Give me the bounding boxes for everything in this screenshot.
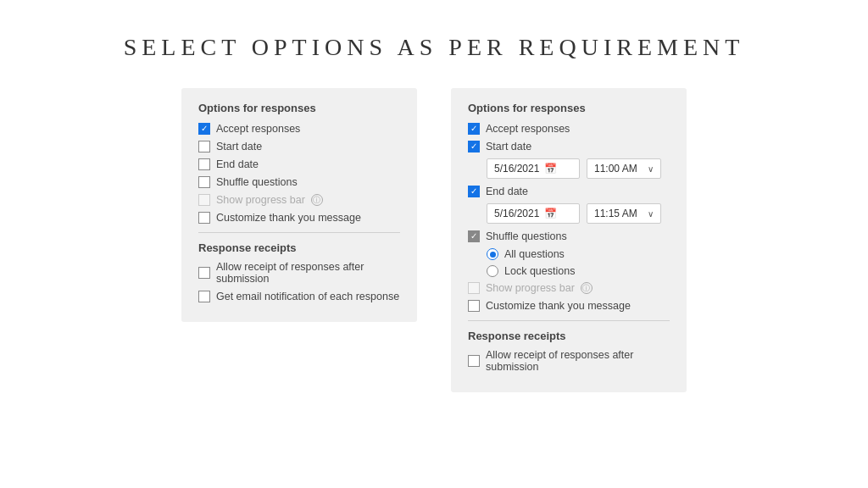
end-time-chevron: ∨	[648, 209, 654, 219]
right-progress-label: Show progress bar	[486, 282, 575, 294]
right-all-questions-radio[interactable]	[487, 248, 498, 260]
left-progress-row: Show progress bar ⓘ	[198, 194, 400, 206]
right-thankyou-checkbox[interactable]	[468, 300, 480, 312]
left-thankyou-row: Customize thank you message	[198, 212, 400, 224]
right-start-date-row: 5/16/2021 📅 11:00 AM ∨	[487, 158, 670, 179]
left-start-label: Start date	[216, 141, 262, 152]
left-allow-receipt-row: Allow receipt of responses after submiss…	[198, 261, 400, 285]
right-all-questions-label: All questions	[504, 248, 565, 260]
right-start-row: Start date	[468, 141, 670, 152]
right-shuffle-checkbox[interactable]	[468, 230, 480, 242]
left-notify-checkbox[interactable]	[198, 291, 210, 302]
right-divider	[468, 320, 670, 321]
left-accept-checkbox[interactable]	[198, 123, 210, 135]
left-end-row: End date	[198, 158, 400, 170]
right-all-questions-row: All questions	[487, 248, 670, 260]
left-section-title: Options for responses	[198, 102, 400, 114]
left-start-row: Start date	[198, 141, 400, 152]
start-calendar-icon: 📅	[544, 163, 557, 175]
right-thankyou-row: Customize thank you message	[468, 300, 670, 312]
left-receipts-title: Response receipts	[198, 241, 400, 254]
right-start-date-input[interactable]: 5/16/2021 📅	[487, 158, 580, 179]
right-end-row: End date	[468, 186, 670, 197]
right-end-date-value: 5/16/2021	[494, 208, 539, 219]
right-lock-questions-row: Lock questions	[487, 265, 670, 277]
page-title: Select Options As Per Requirement	[124, 34, 745, 61]
left-accept-label: Accept responses	[216, 123, 300, 135]
left-progress-label: Show progress bar	[216, 194, 305, 206]
left-allow-receipt-label: Allow receipt of responses after submiss…	[216, 261, 400, 285]
left-progress-checkbox[interactable]	[198, 194, 210, 206]
right-lock-questions-label: Lock questions	[504, 265, 575, 277]
right-progress-row: Show progress bar ⓘ	[468, 282, 670, 294]
right-end-time-select[interactable]: 11:15 AM ∨	[587, 203, 661, 224]
right-panel: Options for responses Accept responses S…	[451, 88, 687, 392]
left-accept-row: Accept responses	[198, 123, 400, 135]
right-allow-receipt-label: Allow receipt of responses after submiss…	[486, 349, 670, 373]
right-accept-label: Accept responses	[486, 123, 570, 135]
right-start-checkbox[interactable]	[468, 141, 480, 152]
left-thankyou-label: Customize thank you message	[216, 212, 361, 224]
right-lock-questions-radio[interactable]	[487, 265, 498, 277]
right-allow-receipt-row: Allow receipt of responses after submiss…	[468, 349, 670, 373]
right-shuffle-row: Shuffle questions	[468, 230, 670, 242]
right-section-title: Options for responses	[468, 102, 670, 114]
right-end-time-value: 11:15 AM	[594, 208, 637, 219]
left-end-label: End date	[216, 158, 259, 170]
right-end-date-row: 5/16/2021 📅 11:15 AM ∨	[487, 203, 670, 224]
start-time-chevron: ∨	[648, 164, 654, 174]
left-notify-row: Get email notification of each response	[198, 291, 400, 302]
divider	[198, 232, 400, 233]
right-start-date-value: 5/16/2021	[494, 163, 539, 175]
right-start-label: Start date	[486, 141, 531, 152]
left-start-checkbox[interactable]	[198, 141, 210, 152]
left-panel: Options for responses Accept responses S…	[181, 88, 417, 322]
right-receipts-title: Response receipts	[468, 330, 670, 342]
right-end-label: End date	[486, 186, 528, 197]
left-shuffle-checkbox[interactable]	[198, 176, 210, 188]
right-end-date-input[interactable]: 5/16/2021 📅	[487, 203, 580, 224]
right-start-time-select[interactable]: 11:00 AM ∨	[587, 158, 661, 179]
left-thankyou-checkbox[interactable]	[198, 212, 210, 224]
panels-container: Options for responses Accept responses S…	[181, 88, 687, 392]
end-calendar-icon: 📅	[544, 208, 557, 219]
right-shuffle-label: Shuffle questions	[486, 230, 567, 242]
progress-info-icon[interactable]: ⓘ	[311, 194, 323, 206]
right-end-checkbox[interactable]	[468, 186, 480, 197]
right-accept-checkbox[interactable]	[468, 123, 480, 135]
right-start-time-value: 11:00 AM	[594, 163, 637, 175]
right-thankyou-label: Customize thank you message	[486, 300, 631, 312]
left-allow-receipt-checkbox[interactable]	[198, 267, 210, 279]
left-shuffle-label: Shuffle questions	[216, 176, 298, 188]
left-notify-label: Get email notification of each response	[216, 291, 399, 302]
right-progress-info-icon[interactable]: ⓘ	[581, 282, 593, 294]
left-end-checkbox[interactable]	[198, 158, 210, 170]
left-shuffle-row: Shuffle questions	[198, 176, 400, 188]
right-allow-receipt-checkbox[interactable]	[468, 355, 480, 367]
right-progress-checkbox[interactable]	[468, 282, 480, 294]
right-accept-row: Accept responses	[468, 123, 670, 135]
